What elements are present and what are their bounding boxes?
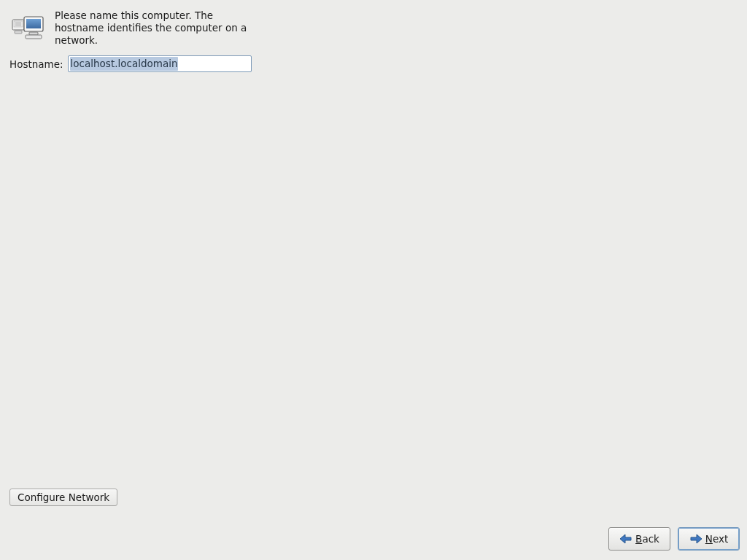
svg-rect-9 [29,32,38,35]
hostname-label: Hostname: [9,58,63,70]
network-computers-icon [9,12,46,44]
nav-bar: Back Next [608,527,740,551]
next-button-label: Next [705,533,728,545]
configure-network-button[interactable]: Configure Network [9,489,117,506]
next-button[interactable]: Next [678,527,740,551]
arrow-right-icon [689,533,703,545]
installer-hostname-page: Please name this computer. The hostname … [0,0,747,560]
hostname-input[interactable] [68,55,252,72]
hostname-input-wrap: localhost.localdomain [68,55,252,72]
intro-text: Please name this computer. The hostname … [55,9,258,47]
back-button-label: Back [635,533,659,545]
svg-rect-8 [26,19,41,28]
svg-rect-2 [15,31,22,34]
arrow-left-icon [619,533,632,545]
header-row: Please name this computer. The hostname … [9,9,258,47]
svg-rect-10 [26,35,42,39]
hostname-row: Hostname: localhost.localdomain [9,55,252,72]
back-button[interactable]: Back [608,527,670,551]
